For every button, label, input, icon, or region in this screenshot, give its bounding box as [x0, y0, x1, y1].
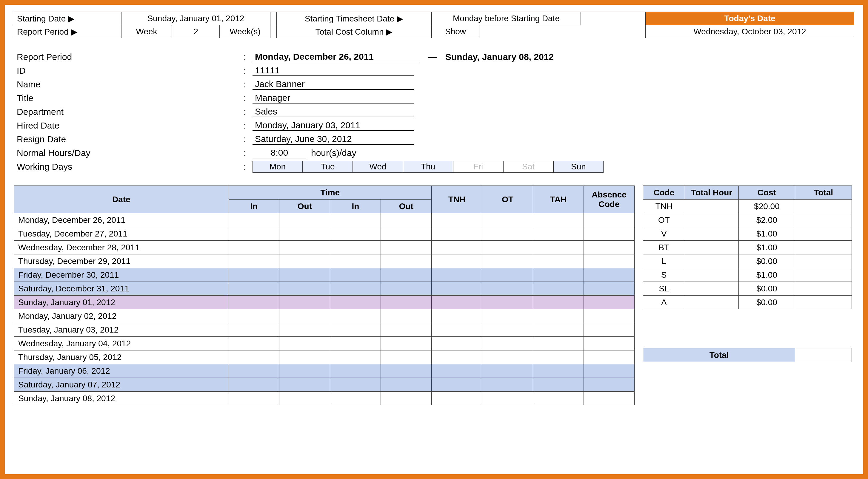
- cell-input[interactable]: [533, 254, 584, 268]
- cell-input[interactable]: [483, 378, 533, 391]
- id-value[interactable]: 11111: [252, 65, 414, 76]
- cell-input[interactable]: [483, 254, 533, 268]
- cost-cell-hour[interactable]: [685, 241, 739, 254]
- cost-cell-hour[interactable]: [685, 213, 739, 227]
- cell-input[interactable]: [279, 309, 330, 323]
- cell-input[interactable]: [533, 337, 584, 350]
- cell-input[interactable]: [584, 254, 634, 268]
- cell-input[interactable]: [381, 323, 432, 337]
- cell-input[interactable]: [483, 282, 533, 296]
- cost-cell-hour[interactable]: [685, 227, 739, 241]
- cell-input[interactable]: [279, 378, 330, 391]
- cost-cell-total[interactable]: [795, 296, 852, 309]
- cell-input[interactable]: [279, 227, 330, 241]
- cell-input[interactable]: [279, 254, 330, 268]
- cell-input[interactable]: [432, 254, 483, 268]
- cell-input[interactable]: [279, 323, 330, 337]
- hired-value[interactable]: Monday, January 03, 2011: [252, 120, 414, 131]
- cell-input[interactable]: [533, 378, 584, 391]
- cell-input[interactable]: [533, 241, 584, 254]
- cell-input[interactable]: [483, 227, 533, 241]
- cell-input[interactable]: [432, 241, 483, 254]
- cost-cell-hour[interactable]: [685, 254, 739, 268]
- cost-cell-hour[interactable]: [685, 296, 739, 309]
- cost-cell-hour[interactable]: [685, 268, 739, 282]
- cell-input[interactable]: [381, 254, 432, 268]
- cell-input[interactable]: [229, 213, 279, 227]
- cell-input[interactable]: [432, 309, 483, 323]
- title-value[interactable]: Manager: [252, 93, 414, 103]
- cell-input[interactable]: [330, 391, 381, 405]
- cost-cell-hour[interactable]: [685, 200, 739, 213]
- cell-input[interactable]: [330, 364, 381, 378]
- report-period-unit[interactable]: Week: [121, 25, 172, 38]
- total-cost-value[interactable]: Show: [432, 25, 479, 38]
- cell-input[interactable]: [330, 282, 381, 296]
- cell-input[interactable]: [483, 268, 533, 282]
- cell-input[interactable]: [330, 241, 381, 254]
- cell-input[interactable]: [533, 350, 584, 364]
- cost-cell-total[interactable]: [795, 227, 852, 241]
- cell-input[interactable]: [381, 391, 432, 405]
- cell-input[interactable]: [432, 282, 483, 296]
- cell-input[interactable]: [483, 241, 533, 254]
- cell-input[interactable]: [584, 309, 634, 323]
- cell-input[interactable]: [432, 227, 483, 241]
- cell-input[interactable]: [279, 391, 330, 405]
- cell-input[interactable]: [483, 391, 533, 405]
- day-toggle-wed[interactable]: Wed: [353, 161, 403, 173]
- cell-input[interactable]: [330, 296, 381, 309]
- cell-input[interactable]: [584, 350, 634, 364]
- cell-input[interactable]: [330, 254, 381, 268]
- cell-input[interactable]: [330, 337, 381, 350]
- cell-input[interactable]: [432, 350, 483, 364]
- report-period-count[interactable]: 2: [172, 25, 220, 38]
- cell-input[interactable]: [381, 350, 432, 364]
- cell-input[interactable]: [432, 296, 483, 309]
- cell-input[interactable]: [432, 364, 483, 378]
- cell-input[interactable]: [381, 309, 432, 323]
- cell-input[interactable]: [432, 337, 483, 350]
- starting-timesheet-value[interactable]: Monday before Starting Date: [432, 12, 581, 25]
- cell-input[interactable]: [584, 227, 634, 241]
- cell-input[interactable]: [279, 337, 330, 350]
- cell-input[interactable]: [483, 323, 533, 337]
- cell-input[interactable]: [381, 364, 432, 378]
- cell-input[interactable]: [533, 309, 584, 323]
- cell-input[interactable]: [533, 282, 584, 296]
- cell-input[interactable]: [533, 323, 584, 337]
- cost-cell-total[interactable]: [795, 254, 852, 268]
- dept-value[interactable]: Sales: [252, 106, 414, 117]
- cell-input[interactable]: [584, 323, 634, 337]
- cell-input[interactable]: [229, 323, 279, 337]
- cell-input[interactable]: [584, 241, 634, 254]
- day-toggle-tue[interactable]: Tue: [303, 161, 353, 173]
- hours-value[interactable]: 8:00: [252, 148, 306, 158]
- cell-input[interactable]: [279, 268, 330, 282]
- cell-input[interactable]: [483, 213, 533, 227]
- cell-input[interactable]: [584, 282, 634, 296]
- cell-input[interactable]: [533, 213, 584, 227]
- cell-input[interactable]: [432, 391, 483, 405]
- resign-value[interactable]: Saturday, June 30, 2012: [252, 134, 414, 145]
- cell-input[interactable]: [483, 364, 533, 378]
- cell-input[interactable]: [330, 378, 381, 391]
- cell-input[interactable]: [279, 241, 330, 254]
- day-toggle-fri[interactable]: Fri: [453, 161, 503, 173]
- cell-input[interactable]: [584, 268, 634, 282]
- cell-input[interactable]: [229, 227, 279, 241]
- cell-input[interactable]: [381, 227, 432, 241]
- cell-input[interactable]: [279, 350, 330, 364]
- cell-input[interactable]: [229, 378, 279, 391]
- cell-input[interactable]: [381, 378, 432, 391]
- name-value[interactable]: Jack Banner: [252, 79, 414, 90]
- cell-input[interactable]: [483, 296, 533, 309]
- day-toggle-thu[interactable]: Thu: [403, 161, 453, 173]
- cell-input[interactable]: [483, 350, 533, 364]
- cell-input[interactable]: [330, 323, 381, 337]
- cell-input[interactable]: [584, 337, 634, 350]
- cell-input[interactable]: [381, 268, 432, 282]
- cell-input[interactable]: [229, 296, 279, 309]
- cell-input[interactable]: [483, 309, 533, 323]
- cell-input[interactable]: [483, 337, 533, 350]
